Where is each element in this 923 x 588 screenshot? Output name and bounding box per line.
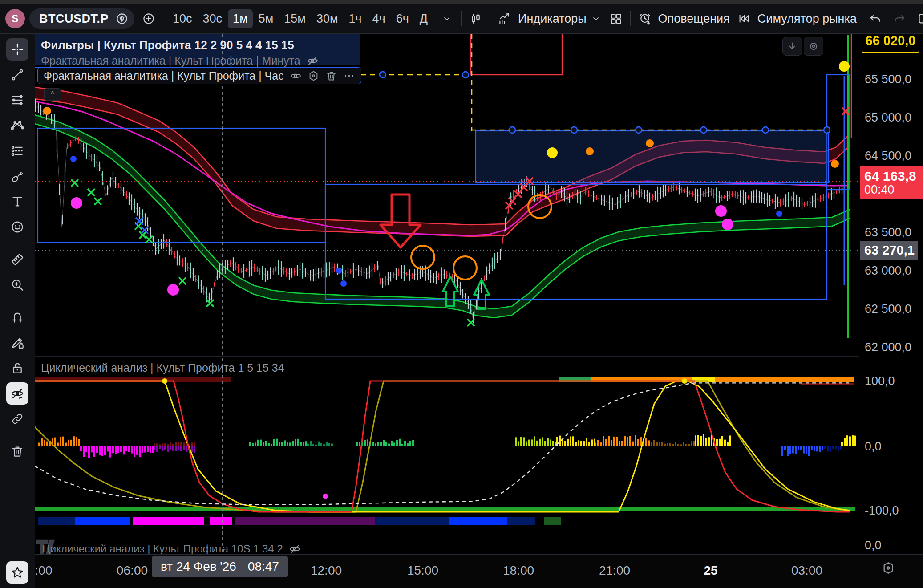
snapshot-button[interactable]	[804, 37, 823, 56]
time-tick: 12:00	[311, 564, 342, 578]
alarm-plus-icon	[635, 9, 655, 28]
tool-hide-drawings[interactable]	[6, 382, 28, 405]
sidebar-divider	[9, 243, 26, 243]
price-tick: 100,0	[865, 374, 895, 388]
tool-magnet[interactable]	[6, 306, 28, 328]
toolbar-divider	[490, 11, 490, 26]
time-tick: 21:00	[599, 564, 630, 578]
price-tick: 65 000,0	[865, 111, 911, 125]
crosshair-time: 08:47	[248, 560, 279, 574]
timeframe-30м[interactable]: 30м	[312, 9, 343, 28]
scroll-to-recent-button[interactable]	[782, 37, 802, 56]
price-tick: 63 500,0	[865, 226, 911, 239]
timeframe-dropdown-icon[interactable]	[437, 9, 457, 28]
tool-xabcd-pattern[interactable]	[6, 114, 28, 137]
price-tick: 65 500,0	[865, 73, 911, 86]
rewind-icon	[734, 9, 754, 28]
tool-remove-drawings[interactable]	[6, 440, 28, 462]
tool-crosshair[interactable]	[6, 38, 28, 61]
drawing-tools	[0, 38, 35, 462]
chart-style-icon[interactable]	[466, 9, 486, 28]
timeframe-6ч[interactable]: 6ч	[391, 9, 414, 28]
lower-pane-legend-2[interactable]: Циклический анализ | Культ Профита 10S 1…	[42, 543, 301, 555]
last-price-label: 64 163,8 00:40	[860, 166, 923, 199]
eye-off-icon[interactable]	[289, 543, 301, 555]
timeframe-15м[interactable]: 15м	[279, 9, 311, 28]
tool-trend-line[interactable]	[6, 64, 28, 86]
crosshair-date: вт 24 Фев '26	[161, 560, 236, 574]
tool-link-drawings[interactable]	[6, 408, 28, 430]
timeframe-5м[interactable]: 5м	[254, 9, 279, 28]
compare-add-icon[interactable]	[139, 9, 158, 28]
alerts-button[interactable]: Оповещения	[635, 9, 730, 28]
time-tick: 18:00	[503, 564, 534, 578]
tool-ruler[interactable]	[6, 248, 28, 271]
eye-icon[interactable]	[290, 70, 302, 82]
tool-horizontal-lines[interactable]	[6, 89, 28, 111]
favorites-button[interactable]	[6, 561, 28, 584]
timeframe-1м[interactable]: 1м	[228, 9, 253, 28]
drawing-toolbar	[0, 34, 35, 588]
time-tick: 15:00	[407, 564, 438, 578]
crosshair-price-label: 63 270,1	[860, 241, 918, 260]
price-tick: 64 500,0	[865, 149, 911, 163]
delete-icon[interactable]	[325, 70, 337, 82]
lower-pane-legend[interactable]: Циклический анализ | Культ Профита 1 5 1…	[41, 361, 284, 374]
price-tick: 0,0	[865, 440, 882, 454]
last-price-value: 64 163,8	[864, 169, 923, 183]
market-simulator-button[interactable]: Симулятор рынка	[734, 9, 857, 28]
timeframe-Д[interactable]: Д	[415, 9, 433, 28]
indicator-legend-filters[interactable]: Фильтры | Культ Профита 12 2 90 5 4 4 15…	[41, 38, 294, 52]
simulator-label: Симулятор рынка	[757, 12, 857, 26]
time-axis-settings-icon[interactable]	[881, 561, 895, 577]
layout-select-icon[interactable]	[914, 9, 923, 28]
alerts-label: Оповещения	[658, 12, 730, 26]
top-toolbar: S BTCUSDT.P 10с30с1м5м15м30м1ч4ч6чД Инди…	[0, 4, 923, 34]
time-tick: 03:00	[791, 564, 822, 578]
price-tick: -100,0	[865, 504, 899, 518]
account-avatar[interactable]: S	[5, 9, 25, 28]
undo-icon[interactable]	[866, 9, 885, 28]
price-tick: 62 500,0	[865, 302, 911, 316]
sidebar-divider	[9, 301, 26, 301]
time-axis[interactable]: вт 24 Фев '26 08:47 :0006:0012:0015:0018…	[0, 554, 923, 588]
indicators-button[interactable]: Индикаторы	[495, 9, 601, 28]
price-tick: 0,0	[865, 539, 882, 552]
redo-icon[interactable]	[890, 9, 909, 28]
timeframe-10с[interactable]: 10с	[168, 9, 197, 28]
legend-collapse-button[interactable]: ^	[44, 88, 61, 101]
eye-off-icon[interactable]	[307, 55, 319, 67]
more-options-icon[interactable]	[343, 70, 355, 82]
timeframe-group: 10с30с1м5м15м30м1ч4ч6чД	[168, 9, 433, 28]
indicator-legend-fractal-minute[interactable]: Фрактальная аналитика | Культ Профита | …	[41, 54, 319, 67]
tool-text[interactable]	[6, 191, 28, 213]
tool-brush[interactable]	[6, 165, 28, 187]
toolbar-divider	[163, 11, 163, 26]
tool-parallel-lines[interactable]	[6, 140, 28, 162]
tool-zoom-in[interactable]	[6, 274, 28, 296]
indicators-chevron-icon[interactable]	[590, 9, 602, 28]
tool-draw-lock[interactable]	[6, 332, 28, 354]
price-tick: 62 000,0	[865, 341, 911, 354]
symbol-details-icon[interactable]	[114, 11, 130, 27]
indicator-templates-icon[interactable]	[606, 9, 626, 28]
indicator-legend-fractal-hour[interactable]: Фрактальная аналитика | Культ Профита | …	[37, 67, 361, 84]
time-tick: 25	[704, 564, 717, 578]
timeframe-1ч[interactable]: 1ч	[344, 9, 367, 28]
symbol-label: BTCUSDT.P	[39, 12, 109, 26]
timeframe-30с[interactable]: 30с	[198, 9, 227, 28]
trading-terminal: { "toolbar": { "avatar_initial": "S", "s…	[0, 0, 923, 588]
tool-emoji[interactable]	[6, 216, 28, 238]
sidebar-divider	[9, 435, 26, 435]
bar-countdown: 00:40	[864, 183, 923, 197]
timeframe-4ч[interactable]: 4ч	[368, 9, 390, 28]
time-tick: :00	[35, 564, 53, 578]
time-tick: 06:00	[117, 564, 148, 578]
symbol-button[interactable]: BTCUSDT.P	[29, 8, 134, 29]
chart-canvas[interactable]	[0, 0, 923, 588]
lower-legend-text: Циклический анализ | Культ Профита 10S 1…	[42, 543, 283, 555]
settings-icon[interactable]	[308, 70, 320, 82]
tool-unlock[interactable]	[6, 357, 28, 379]
indicators-icon	[495, 9, 514, 28]
legend-row2-text: Фрактальная аналитика | Культ Профита | …	[41, 54, 300, 67]
